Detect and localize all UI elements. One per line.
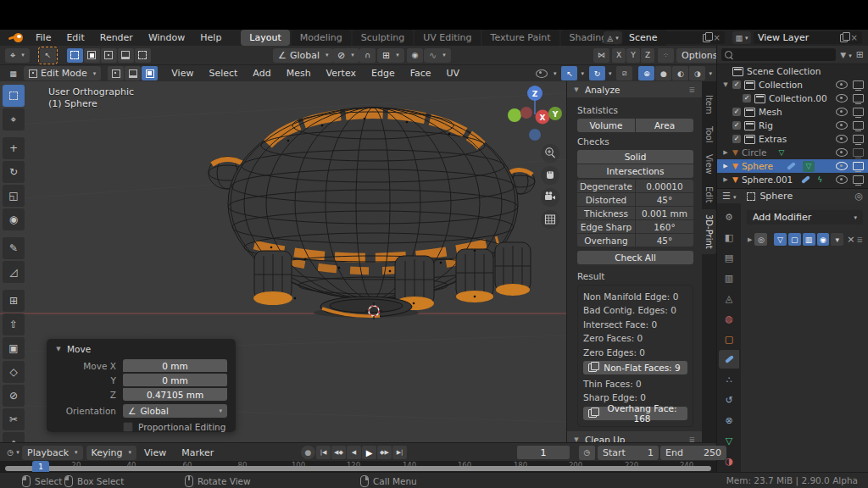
xray-toggle-icon[interactable]: ↖: [561, 66, 577, 80]
disclosure-icon[interactable]: ▶: [722, 163, 729, 169]
tab-view-layer-icon[interactable]: ▥: [719, 269, 739, 288]
next-keyframe-button[interactable]: ◆▶: [377, 446, 392, 459]
timeline-ruler[interactable]: 20 40 60 80 100 120 140 160 180 200 220 …: [0, 461, 716, 472]
scene-icon[interactable]: ◬▾: [604, 31, 622, 44]
copy-icon[interactable]: [840, 34, 848, 42]
mode-dropdown[interactable]: Edit Mode▾: [24, 66, 101, 80]
cursor-tool[interactable]: ⌖: [3, 108, 25, 130]
collapse-icon[interactable]: ▼: [55, 346, 62, 352]
analyze-panel-header[interactable]: ▼ Analyze ≣: [567, 81, 702, 97]
workspace-tab-modeling[interactable]: Modeling: [292, 30, 351, 46]
knife-tool[interactable]: ✂: [3, 408, 25, 430]
current-frame-field[interactable]: 1: [517, 446, 570, 459]
snap-target-dropdown[interactable]: ⊘▾: [332, 48, 359, 63]
check-intersections-button[interactable]: Intersections: [577, 164, 693, 178]
active-tool-icon[interactable]: ↖: [40, 48, 56, 63]
degenerate-label[interactable]: Degenerate: [577, 180, 635, 192]
disable-viewport-icon[interactable]: [853, 175, 864, 184]
checkbox-icon[interactable]: ✓: [732, 80, 741, 89]
editor-type-icon[interactable]: ⌖▾: [5, 48, 30, 63]
pin-icon[interactable]: ◎: [854, 191, 863, 202]
select-mode-extend-icon[interactable]: [84, 48, 100, 63]
delete-modifier-icon[interactable]: ×: [847, 234, 854, 245]
hide-eye-icon[interactable]: [836, 121, 848, 130]
transform-orientation-dropdown[interactable]: ∠Global▾: [273, 48, 333, 63]
jump-to-start-button[interactable]: |◀: [316, 446, 331, 459]
play-reverse-button[interactable]: ◀: [347, 446, 361, 459]
show-realtime-icon[interactable]: ▥: [803, 233, 815, 246]
playback-menu[interactable]: Playback▾: [22, 446, 83, 460]
visibility-dropdown[interactable]: ▾: [531, 66, 562, 80]
new-collection-icon[interactable]: ⊞: [856, 49, 864, 60]
volume-button[interactable]: Volume: [577, 119, 635, 132]
hide-eye-icon[interactable]: [836, 80, 848, 89]
move-y-field[interactable]: 0 mm: [123, 374, 227, 386]
menu-view[interactable]: View: [164, 65, 201, 81]
select-mode-invert-icon[interactable]: [118, 48, 134, 63]
menu-face[interactable]: Face: [403, 65, 439, 81]
snap-project-icon[interactable]: ⁘: [658, 48, 674, 63]
menu-uv[interactable]: UV: [439, 65, 468, 81]
timeline-view-menu[interactable]: View: [136, 445, 174, 461]
bevel-tool[interactable]: ◇: [3, 361, 25, 383]
hide-eye-icon[interactable]: [836, 94, 848, 103]
annotate-tool[interactable]: ✎: [3, 237, 25, 259]
vertex-select-icon[interactable]: [108, 66, 124, 80]
move-operator-panel[interactable]: ▼ Move Move X 0 mm Y 0 mm Z 0.47105 mm O…: [47, 339, 236, 432]
select-mode-new-icon[interactable]: [67, 48, 83, 63]
menu-vertex[interactable]: Vertex: [319, 65, 364, 81]
tab-edit[interactable]: Edit: [702, 181, 716, 208]
overhang-face-button[interactable]: Overhang Face: 168: [583, 407, 687, 420]
gizmo-toggle-icon[interactable]: ↻: [589, 66, 605, 80]
tab-output-icon[interactable]: ▤: [719, 249, 739, 268]
disable-viewport-icon[interactable]: [853, 94, 864, 103]
overhang-value[interactable]: 45°: [636, 234, 693, 247]
close-icon[interactable]: ×: [851, 33, 858, 42]
disable-viewport-icon[interactable]: [853, 121, 864, 130]
play-button[interactable]: ▶: [362, 446, 376, 459]
tab-particles-icon[interactable]: ∴: [719, 370, 739, 389]
proportional-editing-icon[interactable]: ◉: [407, 48, 423, 63]
drag-handle-icon[interactable]: ≣: [856, 236, 863, 244]
start-frame-field[interactable]: Start 1: [598, 446, 659, 460]
blender-logo-icon[interactable]: [8, 33, 23, 42]
thickness-label[interactable]: Thickness: [577, 207, 635, 219]
orientation-dropdown[interactable]: ∠Global▾: [123, 404, 227, 418]
workspace-tab-sculpting[interactable]: Sculpting: [353, 30, 413, 46]
outliner-row-collection[interactable]: ▼ ✓ Collection: [717, 78, 868, 92]
thickness-value[interactable]: 0.001 mm: [636, 207, 693, 219]
mirror-y-button[interactable]: Y: [626, 48, 640, 63]
outliner-row-mesh[interactable]: ✓ Mesh: [717, 105, 868, 119]
check-all-button[interactable]: Check All: [577, 251, 693, 264]
tab-scene-icon[interactable]: ◬: [719, 290, 739, 308]
move-z-field[interactable]: 0.47105 mm: [123, 388, 227, 401]
checkbox-icon[interactable]: ✓: [732, 135, 741, 143]
keying-menu[interactable]: Keying▾: [86, 446, 136, 460]
model-wireframe[interactable]: [209, 108, 535, 318]
menu-file[interactable]: File: [28, 30, 58, 46]
disable-viewport-icon[interactable]: [853, 135, 864, 143]
edge-select-icon[interactable]: [125, 66, 141, 80]
hide-eye-icon[interactable]: [836, 175, 848, 184]
view-layer-icon[interactable]: ▥▾: [732, 31, 751, 44]
mirror-x-button[interactable]: X: [612, 48, 626, 63]
workspace-tab-layout[interactable]: Layout: [241, 30, 289, 46]
hide-eye-icon[interactable]: [836, 108, 848, 116]
scene-name-field[interactable]: Scene ×: [625, 31, 725, 44]
disable-viewport-icon[interactable]: [853, 148, 864, 157]
current-frame-marker[interactable]: 1: [32, 461, 49, 472]
menu-select[interactable]: Select: [201, 65, 245, 81]
shading-wireframe-icon[interactable]: ⊕: [638, 66, 654, 80]
viewport-nav-buttons[interactable]: [541, 144, 559, 229]
distorted-value[interactable]: 45°: [636, 193, 693, 206]
close-icon[interactable]: ×: [714, 33, 721, 42]
shading-material-icon[interactable]: ◐: [672, 66, 688, 80]
disable-viewport-icon[interactable]: [853, 162, 864, 170]
menu-window[interactable]: Window: [141, 30, 192, 46]
tab-world-icon[interactable]: ◍: [719, 310, 739, 329]
tab-constraints-icon[interactable]: ⊗: [719, 411, 739, 430]
tab-modifiers-icon[interactable]: [719, 350, 739, 369]
extras-dropdown-icon[interactable]: ▾: [831, 233, 843, 246]
tab-tool-icon[interactable]: ⚙: [719, 208, 739, 227]
tab-render-icon[interactable]: ◧: [719, 229, 739, 247]
